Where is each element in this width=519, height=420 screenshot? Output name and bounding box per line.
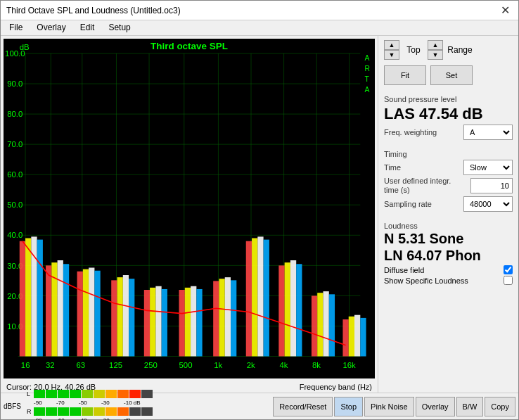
user-integr-input[interactable]: 10 [470,178,513,193]
svg-rect-82 [278,265,284,356]
meter-seg [70,390,81,398]
svg-rect-53 [37,240,43,357]
main-content: 100.0 90.0 80.0 70.0 60.0 50.0 40.0 30.0… [1,36,518,393]
chart-area: 100.0 90.0 80.0 70.0 60.0 50.0 40.0 30.0… [4,39,375,378]
svg-text:40.0: 40.0 [7,231,23,239]
loudness-ln-value: LN 64.07 Phon [384,247,513,264]
svg-rect-86 [312,295,317,356]
svg-rect-57 [63,264,69,356]
svg-rect-89 [329,294,335,356]
dbfs-label: dBFS [4,402,21,410]
menu-file[interactable]: File [6,23,25,33]
svg-rect-73 [196,289,202,357]
svg-rect-75 [219,279,224,356]
meter-seg [34,407,45,416]
meter-seg [129,390,141,398]
svg-rect-58 [77,272,83,357]
show-specific-checkbox[interactable] [504,276,513,285]
svg-text:Third octave SPL: Third octave SPL [150,41,228,51]
show-specific-row: Show Specific Loudness [384,276,513,285]
svg-rect-81 [264,240,269,357]
freq-band-label: Frequency band (Hz) [300,383,372,391]
svg-rect-77 [231,280,236,356]
set-btn[interactable]: Set [430,65,473,85]
r-label: R [27,408,34,415]
svg-rect-54 [46,265,51,356]
svg-text:16: 16 [21,361,30,369]
meter-seg [141,390,153,398]
svg-rect-64 [123,275,129,357]
meter-seg [117,390,129,398]
meter-seg [94,390,105,398]
svg-text:60.0: 60.0 [7,170,23,179]
diffuse-field-row: Diffuse field [384,265,513,274]
svg-text:500: 500 [179,361,193,369]
diffuse-field-checkbox[interactable] [504,265,513,274]
svg-text:80.0: 80.0 [7,110,23,118]
spl-section-label: Sound pressure level [384,95,513,103]
svg-rect-69 [162,289,167,357]
freq-weighting-row: Freq. weighting A C Z [384,125,513,140]
loudness-section-label: Loudness [384,222,513,230]
pink-noise-btn[interactable]: Pink Noise [364,397,414,416]
svg-rect-68 [155,286,161,357]
bottom-bar: dBFS L [1,393,518,419]
svg-text:8k: 8k [312,361,321,369]
top-up-btn[interactable]: ▲ [384,40,399,50]
title-bar: Third Octave SPL and Loudness (Untitled.… [1,1,518,20]
svg-rect-71 [185,288,191,357]
loudness-n-value: N 5.31 Sone [384,230,513,247]
svg-text:90.0: 90.0 [7,79,23,88]
sampling-rate-row: Sampling rate 44100 48000 96000 [384,196,513,212]
svg-text:16k: 16k [342,361,356,369]
freq-weighting-label: Freq. weighting [384,128,437,136]
timing-section-label: Timing [384,150,513,158]
menu-setup[interactable]: Setup [105,23,133,33]
svg-rect-79 [252,238,257,357]
svg-rect-62 [111,280,117,356]
svg-text:50.0: 50.0 [7,201,23,209]
svg-rect-84 [290,260,296,357]
menu-edit[interactable]: Edit [77,23,98,33]
overlay-btn[interactable]: Overlay [416,397,455,416]
time-label: Time [384,163,401,172]
bw-btn[interactable]: B/W [456,397,484,416]
svg-text:125: 125 [109,361,122,369]
meter-seg [34,390,45,398]
user-integr-label: User defined integr. time (s) [384,177,454,195]
svg-text:32: 32 [46,361,55,369]
svg-rect-88 [323,291,328,356]
meter-seg [70,407,81,416]
top-label: Top [404,45,423,55]
sampling-rate-select[interactable]: 44100 48000 96000 [463,196,513,212]
copy-btn[interactable]: Copy [485,397,515,416]
time-select[interactable]: Slow Fast Impulse Leq [463,160,513,175]
svg-text:70.0: 70.0 [7,140,23,148]
meter-seg [46,390,57,398]
svg-text:63: 63 [77,361,86,369]
svg-rect-85 [296,264,302,356]
svg-rect-65 [129,279,134,356]
time-row: Time Slow Fast Impulse Leq [384,160,513,175]
close-button[interactable]: ✕ [498,4,513,17]
top-down-btn[interactable]: ▼ [384,50,399,60]
meter-seg [105,407,117,416]
freq-weighting-select[interactable]: A C Z [463,125,513,140]
svg-rect-90 [342,319,348,357]
svg-rect-80 [257,236,263,356]
svg-text:1k: 1k [214,361,222,369]
meter-seg [58,390,69,398]
record-reset-btn[interactable]: Record/Reset [273,397,333,416]
menu-overlay[interactable]: Overlay [34,23,68,33]
range-label: Range [447,45,473,55]
stop-btn[interactable]: Stop [334,397,363,416]
meter-seg [82,407,93,416]
fit-btn[interactable]: Fit [384,65,426,85]
window-title: Third Octave SPL and Loudness (Untitled.… [6,6,181,15]
range-down-btn[interactable]: ▼ [428,50,443,60]
range-up-btn[interactable]: ▲ [428,40,443,50]
svg-rect-63 [117,277,123,356]
meter-seg [117,407,129,416]
timing-section: Timing Time Slow Fast Impulse Leq User d… [384,147,513,213]
svg-rect-51 [25,238,31,357]
